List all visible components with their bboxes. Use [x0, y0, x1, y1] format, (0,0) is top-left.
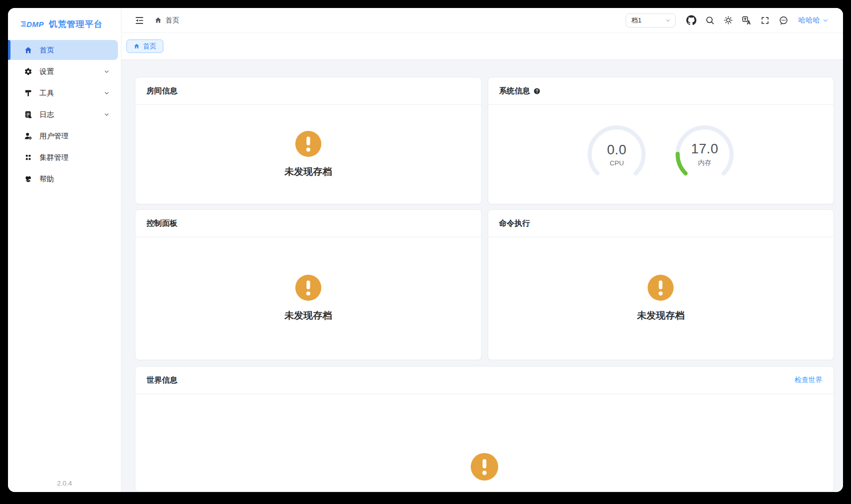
cluster-select-value: 档1 [632, 16, 665, 25]
help-heart-icon [23, 174, 33, 184]
room-info-header: 房间信息 [135, 77, 481, 105]
tab-label: 首页 [143, 42, 156, 51]
gauge-memory: 17.0 内存 [674, 124, 735, 185]
sidebar-item-label: 工具 [39, 88, 54, 98]
search-icon[interactable] [702, 12, 718, 29]
github-icon[interactable] [684, 12, 699, 29]
log-document-icon [23, 109, 33, 119]
cluster-grid-icon [23, 152, 33, 162]
chevron-down-icon [103, 68, 110, 75]
chevron-down-icon [822, 17, 829, 24]
cpu-value: 0.0 [607, 142, 627, 158]
dmp-logo-icon: DMP [21, 20, 44, 28]
memory-value: 17.0 [691, 141, 719, 157]
card-title: 世界信息 [146, 375, 177, 386]
chevron-down-icon [103, 90, 110, 96]
sidebar-collapse-icon[interactable] [134, 15, 144, 25]
system-info-header: 系统信息 [488, 77, 834, 105]
sidebar-item-label: 帮助 [39, 174, 54, 184]
cluster-select[interactable]: 档1 [626, 13, 676, 27]
chevron-down-icon [665, 17, 671, 23]
fullscreen-icon[interactable] [758, 12, 773, 29]
sidebar-nav: 首页 设置 工具 [8, 40, 121, 189]
sidebar-item-label: 首页 [39, 45, 54, 55]
tabbar: 首页 [121, 33, 843, 60]
breadcrumb[interactable]: 首页 [154, 16, 179, 25]
dashboard-content: 房间信息 未发现存档 系统信息 [121, 60, 843, 492]
sidebar-item-logs[interactable]: 日志 [8, 104, 118, 124]
logo-text: DMP [26, 20, 44, 28]
tab-home[interactable]: 首页 [126, 39, 163, 53]
sidebar-item-label: 日志 [39, 110, 54, 119]
gauge-cpu: 0.0 CPU [586, 124, 647, 185]
app-version: 2.0.4 [8, 480, 121, 487]
empty-text: 未发现存档 [284, 165, 332, 178]
card-title: 房间信息 [146, 86, 177, 96]
system-info-card: 系统信息 [488, 77, 835, 204]
sidebar-item-user-management[interactable]: 用户管理 [8, 126, 118, 146]
sidebar-item-help[interactable]: 帮助 [8, 169, 118, 189]
warning-icon [648, 275, 674, 301]
sidebar-item-cluster-management[interactable]: 集群管理 [8, 147, 118, 167]
world-info-card: 世界信息 检查世界 [135, 366, 834, 492]
theme-sun-icon[interactable] [721, 12, 736, 29]
home-icon [154, 16, 162, 24]
topbar: 首页 档1 [121, 8, 843, 33]
control-empty-state: 未发现存档 [284, 275, 332, 322]
room-empty-state: 未发现存档 [284, 131, 332, 178]
app-title: 饥荒管理平台 [49, 18, 103, 30]
username: 哈哈哈 [799, 15, 821, 25]
message-icon[interactable] [776, 12, 792, 29]
control-panel-header: 控制面板 [135, 210, 481, 237]
user-menu[interactable]: 哈哈哈 [799, 15, 830, 25]
user-gear-icon [23, 131, 33, 141]
cpu-label: CPU [610, 159, 624, 167]
warning-icon [295, 275, 321, 301]
tool-icon [23, 88, 33, 98]
home-icon [23, 45, 33, 55]
system-gauges: 0.0 CPU 17.0 [586, 124, 735, 185]
sidebar-item-tools[interactable]: 工具 [8, 83, 118, 103]
sidebar-item-label: 设置 [39, 67, 54, 76]
question-circle-icon[interactable] [533, 87, 541, 95]
memory-label: 内存 [698, 158, 712, 167]
sidebar-item-home[interactable]: 首页 [8, 40, 118, 60]
warning-icon [471, 453, 498, 481]
sidebar: DMP 饥荒管理平台 首页 设置 [8, 8, 121, 492]
breadcrumb-label: 首页 [165, 16, 179, 25]
check-world-link[interactable]: 检查世界 [795, 376, 823, 385]
command-exec-header: 命令执行 [488, 210, 834, 237]
card-title: 命令执行 [499, 218, 530, 229]
warning-icon [295, 131, 321, 157]
sidebar-item-label: 用户管理 [39, 131, 68, 141]
sidebar-item-label: 集群管理 [39, 153, 68, 162]
command-empty-state: 未发现存档 [637, 275, 685, 322]
sidebar-item-settings[interactable]: 设置 [8, 61, 118, 81]
control-panel-card: 控制面板 未发现存档 [135, 209, 482, 360]
home-icon [133, 43, 140, 49]
chevron-down-icon [103, 111, 110, 118]
app-window: DMP 饥荒管理平台 首页 设置 [8, 8, 843, 492]
translate-icon[interactable] [739, 12, 755, 29]
app-logo: DMP 饥荒管理平台 [8, 8, 121, 40]
world-info-header: 世界信息 检查世界 [135, 367, 834, 394]
card-title: 系统信息 [499, 86, 530, 96]
card-title: 控制面板 [146, 218, 177, 229]
empty-text: 未发现存档 [284, 309, 332, 322]
main-area: 首页 档1 [121, 8, 843, 492]
gear-icon [23, 66, 33, 76]
room-info-card: 房间信息 未发现存档 [135, 77, 482, 204]
command-exec-card: 命令执行 未发现存档 [488, 209, 835, 360]
empty-text: 未发现存档 [637, 309, 685, 322]
